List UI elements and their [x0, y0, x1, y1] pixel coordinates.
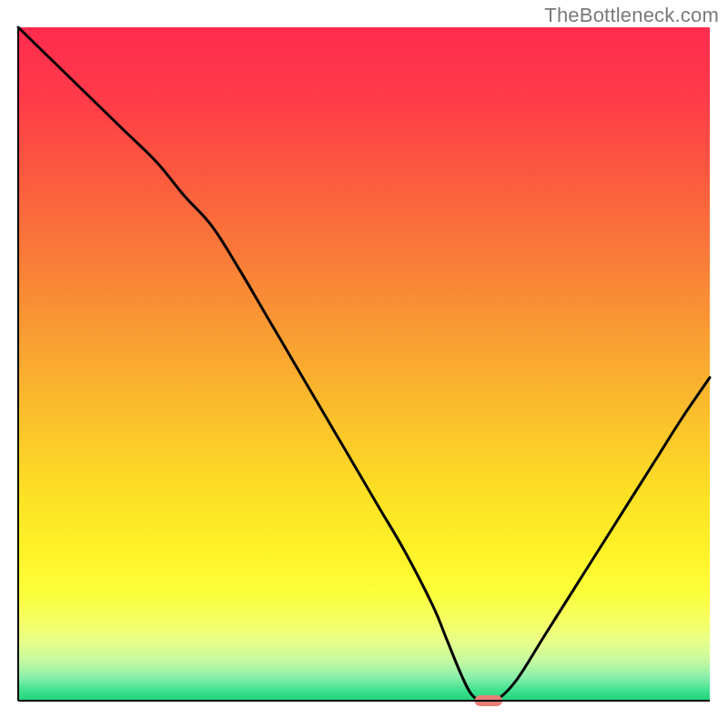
chart-svg	[0, 0, 728, 728]
watermark-text: TheBottleneck.com	[544, 4, 719, 27]
bottleneck-chart: TheBottleneck.com	[0, 0, 728, 728]
